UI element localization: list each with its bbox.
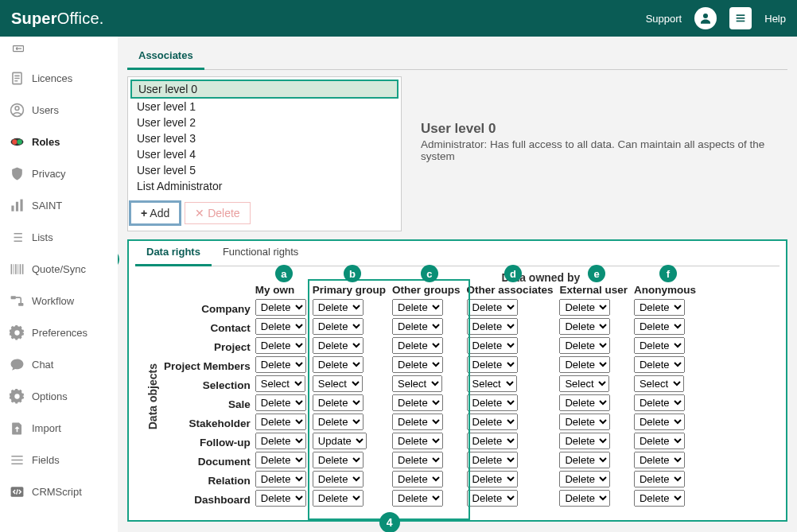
right-select[interactable]: Delete (313, 394, 364, 411)
sidebar-item-workflow[interactable]: Workflow (0, 285, 118, 316)
right-select[interactable]: Delete (255, 433, 306, 449)
right-select[interactable]: Delete (313, 414, 364, 430)
right-select[interactable]: Delete (392, 471, 443, 487)
right-select[interactable]: Delete (255, 337, 306, 354)
menu-icon[interactable] (729, 7, 752, 29)
right-select[interactable]: Delete (313, 318, 364, 335)
support-link[interactable]: Support (646, 13, 682, 25)
right-select[interactable]: Delete (313, 337, 364, 354)
callout-f: f (659, 265, 677, 282)
right-select[interactable]: Delete (467, 471, 518, 487)
right-select[interactable]: Delete (467, 414, 518, 430)
role-list-item[interactable]: User level 2 (130, 115, 398, 130)
right-select[interactable]: Delete (559, 490, 610, 507)
right-select[interactable]: Select (255, 375, 305, 392)
role-list-item[interactable]: User level 0 (130, 80, 398, 99)
tab-associates[interactable]: Associates (127, 45, 204, 70)
right-select[interactable]: Delete (634, 394, 685, 411)
right-select[interactable]: Delete (634, 433, 685, 449)
right-select[interactable]: Delete (255, 356, 306, 373)
right-select[interactable]: Delete (392, 299, 443, 316)
right-select[interactable]: Delete (255, 299, 306, 316)
right-select[interactable]: Delete (392, 414, 443, 430)
right-select[interactable]: Delete (255, 414, 306, 430)
right-select[interactable]: Delete (255, 490, 306, 507)
sidebar-item-saint[interactable]: SAINT (0, 189, 118, 221)
right-select[interactable]: Select (467, 375, 517, 392)
sidebar-item-options[interactable]: Options (0, 380, 118, 412)
right-select[interactable]: Delete (313, 299, 364, 316)
tab-functional-rights[interactable]: Functional rights (212, 241, 309, 266)
right-select[interactable]: Delete (392, 356, 443, 373)
right-select[interactable]: Select (634, 375, 684, 392)
sidebar-item-lists[interactable]: Lists (0, 221, 118, 253)
right-select[interactable]: Delete (313, 452, 364, 468)
right-select[interactable]: Delete (255, 452, 306, 468)
sidebar-item-quotesync[interactable]: Quote/Sync (0, 253, 118, 285)
right-select[interactable]: Delete (634, 299, 685, 316)
right-select[interactable]: Select (392, 375, 442, 392)
collapse-icon[interactable] (0, 40, 118, 62)
right-select[interactable]: Delete (392, 394, 443, 411)
delete-button[interactable]: ✕ Delete (185, 202, 250, 224)
sidebar-item-chat[interactable]: Chat (0, 348, 118, 380)
right-select[interactable]: Delete (467, 490, 518, 507)
right-select[interactable]: Delete (559, 299, 610, 316)
right-select[interactable]: Delete (559, 452, 610, 468)
right-select[interactable]: Delete (559, 471, 610, 487)
sidebar-item-users[interactable]: Users (0, 94, 118, 126)
right-select[interactable]: Delete (255, 471, 306, 487)
role-list-item[interactable]: User level 5 (130, 162, 398, 178)
right-select[interactable]: Delete (392, 433, 443, 449)
role-list-item[interactable]: List Administrator (130, 178, 398, 194)
right-select[interactable]: Delete (313, 356, 364, 373)
right-select[interactable]: Delete (467, 318, 518, 335)
right-select[interactable]: Delete (255, 394, 306, 411)
right-select[interactable]: Delete (467, 356, 518, 373)
sidebar-item-fields[interactable]: Fields (0, 444, 118, 476)
tab-data-rights[interactable]: Data rights (135, 241, 212, 266)
role-list-item[interactable]: User level 4 (130, 146, 398, 162)
right-select[interactable]: Delete (467, 433, 518, 449)
sidebar-item-import[interactable]: Import (0, 412, 118, 444)
right-select[interactable]: Delete (467, 394, 518, 411)
add-button[interactable]: + Add (130, 202, 180, 224)
right-select[interactable]: Delete (559, 394, 610, 411)
sidebar-item-privacy[interactable]: Privacy (0, 157, 118, 189)
right-select[interactable]: Delete (392, 452, 443, 468)
right-select[interactable]: Delete (634, 337, 685, 354)
right-select[interactable]: Delete (255, 318, 306, 335)
right-select[interactable]: Delete (634, 318, 685, 335)
profile-icon[interactable] (694, 7, 717, 29)
right-select[interactable]: Delete (559, 433, 610, 449)
right-select[interactable]: Delete (634, 471, 685, 487)
right-select[interactable]: Delete (559, 356, 610, 373)
right-select[interactable]: Select (313, 375, 363, 392)
right-select[interactable]: Delete (467, 337, 518, 354)
right-select[interactable]: Delete (313, 490, 364, 507)
right-select[interactable]: Delete (392, 490, 443, 507)
sidebar-item-roles[interactable]: Roles (0, 126, 118, 157)
right-select[interactable]: Delete (634, 414, 685, 430)
sidebar-item-licences[interactable]: Licences (0, 62, 118, 94)
right-select[interactable]: Update (313, 433, 367, 449)
right-select[interactable]: Delete (392, 337, 443, 354)
right-select[interactable]: Delete (392, 318, 443, 335)
right-select[interactable]: Delete (313, 471, 364, 487)
right-select[interactable]: Delete (559, 318, 610, 335)
right-select[interactable]: Delete (634, 356, 685, 373)
role-list-item[interactable]: User level 3 (130, 130, 398, 146)
right-select[interactable]: Delete (559, 337, 610, 354)
right-select[interactable]: Delete (559, 414, 610, 430)
right-select[interactable]: Delete (634, 490, 685, 507)
help-link[interactable]: Help (764, 13, 786, 25)
right-select[interactable]: Delete (467, 299, 518, 316)
right-select[interactable]: Select (559, 375, 609, 392)
role-list[interactable]: User level 0User level 1User level 2User… (130, 80, 398, 199)
sidebar-item-preferences[interactable]: Preferences (0, 316, 118, 348)
right-select[interactable]: Delete (467, 452, 518, 468)
right-select[interactable]: Delete (634, 452, 685, 468)
sidebar-item-crmscript[interactable]: CRMScript (0, 476, 118, 507)
callout-c: c (421, 265, 438, 282)
role-list-item[interactable]: User level 1 (130, 99, 398, 115)
